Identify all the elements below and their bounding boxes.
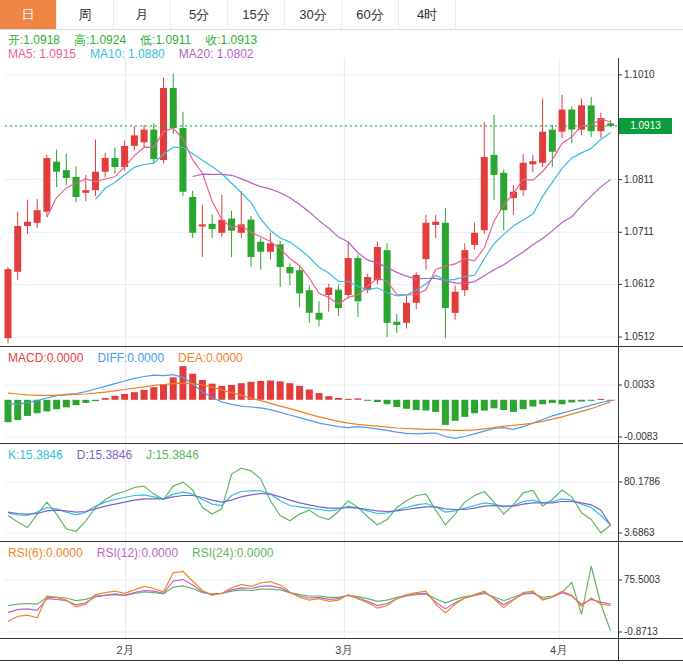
tab-5分[interactable]: 5分 (171, 0, 228, 29)
current-price-badge: 1.0913 (619, 118, 672, 134)
tab-15分[interactable]: 15分 (228, 0, 285, 29)
y-axis-label-3-0: 75.5003 (624, 574, 660, 585)
y-axis-label-0-2: 1.0811 (624, 174, 654, 185)
rsi12-value: RSI(12):0.0000 (97, 546, 178, 560)
d-value: D:15.3846 (77, 448, 132, 462)
dea-value: DEA:0.0000 (178, 351, 243, 365)
y-axis-label-0-4: 1.0612 (624, 278, 655, 289)
x-axis-month-1: 2月 (117, 643, 134, 658)
y-axis-label-1-1: -0.0083 (624, 431, 658, 442)
x-axis-month-3: 4月 (550, 643, 567, 658)
j-value: J:15.3846 (146, 448, 199, 462)
diff-value: DIFF:0.0000 (97, 351, 164, 365)
k-value: K:15.3846 (8, 448, 63, 462)
tab-30分[interactable]: 30分 (285, 0, 342, 29)
y-axis-label-2-0: 80.1786 (624, 476, 660, 487)
trading-chart-app: 日周月5分15分30分60分4时 开:1.0918高:1.0924低:1.091… (0, 0, 683, 672)
rsi6-value: RSI(6):0.0000 (8, 546, 83, 560)
tab-周[interactable]: 周 (57, 0, 114, 29)
tab-月[interactable]: 月 (114, 0, 171, 29)
y-axis-label-0-0: 1.1010 (624, 69, 655, 80)
ma10-value: MA10: 1.0880 (90, 47, 165, 61)
low-value: 低:1.0911 (140, 33, 191, 47)
tab-60分[interactable]: 60分 (342, 0, 399, 29)
rsi-readout: RSI(6):0.0000RSI(12):0.0000RSI(24):0.000… (8, 546, 288, 560)
rsi24-value: RSI(24):0.0000 (192, 546, 273, 560)
y-axis-label-2-1: 3.6863 (624, 527, 655, 538)
y-axis-label-0-5: 1.0512 (624, 331, 655, 342)
y-axis-label-3-1: -0.8713 (624, 626, 658, 637)
tab-日[interactable]: 日 (0, 0, 57, 29)
open-value: 开:1.0918 (8, 33, 60, 47)
tab-4时[interactable]: 4时 (399, 0, 456, 29)
high-value: 高:1.0924 (74, 33, 126, 47)
ma20-value: MA20: 1.0802 (179, 47, 254, 61)
close-value: 收:1.0913 (205, 33, 257, 47)
y-axis-label-0-3: 1.0711 (624, 226, 654, 237)
timeframe-tab-bar: 日周月5分15分30分60分4时 (0, 0, 683, 30)
macd-readout: MACD:0.0000DIFF:0.0000DEA:0.0000 (8, 351, 257, 365)
macd-value: MACD:0.0000 (8, 351, 83, 365)
y-axis-label-1-0: 0.0033 (624, 379, 655, 390)
x-axis-month-2: 3月 (335, 643, 352, 658)
ma-readout: MA5: 1.0915MA10: 1.0880MA20: 1.0802 (8, 47, 267, 61)
ma5-value: MA5: 1.0915 (8, 47, 76, 61)
chart-canvas (0, 0, 683, 672)
kdj-readout: K:15.3846D:15.3846J:15.3846 (8, 448, 213, 462)
